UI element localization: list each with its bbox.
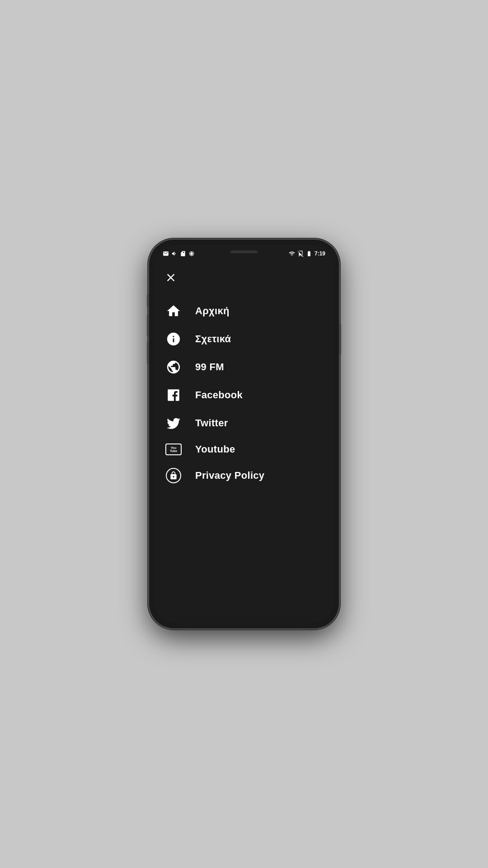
- info-icon: [166, 331, 181, 347]
- phone-screen: 7:19 Αρχική: [155, 245, 333, 623]
- facebook-icon-wrap: [164, 387, 183, 403]
- menu-list: Αρχική Σχετικά: [155, 297, 333, 490]
- notification-icon: [163, 250, 169, 257]
- info-icon-wrap: [164, 331, 183, 347]
- volume-icon: [171, 250, 178, 257]
- lock-svg: [169, 471, 178, 480]
- menu-label-facebook: Facebook: [195, 389, 243, 401]
- status-right-icons: 7:19: [289, 250, 325, 257]
- signal-icon: [297, 250, 304, 257]
- twitter-icon: [166, 415, 181, 431]
- youtube-icon-wrap: You Tube: [164, 443, 183, 455]
- home-icon: [166, 303, 181, 319]
- youtube-icon: You Tube: [165, 443, 182, 455]
- twitter-icon-wrap: [164, 415, 183, 431]
- menu-label-radio: 99 FM: [195, 361, 224, 373]
- screen-content: Αρχική Σχετικά: [155, 262, 333, 623]
- menu-item-twitter[interactable]: Twitter: [155, 409, 333, 437]
- close-button[interactable]: [155, 267, 187, 290]
- globe-icon: [166, 359, 181, 375]
- speaker: [230, 250, 258, 253]
- lock-icon-wrap: [164, 468, 183, 483]
- battery-icon: [306, 250, 312, 257]
- menu-item-youtube[interactable]: You Tube Youtube: [155, 437, 333, 462]
- menu-item-radio[interactable]: 99 FM: [155, 353, 333, 381]
- lock-icon: [166, 468, 181, 483]
- menu-label-twitter: Twitter: [195, 417, 228, 429]
- menu-item-privacy[interactable]: Privacy Policy: [155, 462, 333, 490]
- volume-mute-button: [147, 294, 149, 307]
- menu-item-about[interactable]: Σχετικά: [155, 325, 333, 353]
- close-icon: [164, 271, 177, 284]
- menu-label-about: Σχετικά: [195, 333, 231, 345]
- camera-icon: [188, 250, 195, 257]
- menu-label-privacy: Privacy Policy: [195, 470, 264, 481]
- volume-up-button: [147, 314, 149, 337]
- home-icon-wrap: [164, 303, 183, 319]
- power-button: [339, 323, 341, 355]
- sdcard-icon: [180, 250, 186, 257]
- status-time: 7:19: [314, 250, 325, 257]
- menu-label-home: Αρχική: [195, 305, 230, 317]
- facebook-icon: [166, 387, 181, 403]
- menu-label-youtube: Youtube: [195, 443, 235, 455]
- wifi-icon: [289, 250, 295, 257]
- menu-item-home[interactable]: Αρχική: [155, 297, 333, 325]
- svg-point-0: [190, 252, 193, 255]
- phone-frame: 7:19 Αρχική: [149, 240, 339, 628]
- status-left-icons: [163, 250, 195, 257]
- status-bar: 7:19: [155, 245, 333, 262]
- menu-item-facebook[interactable]: Facebook: [155, 381, 333, 409]
- globe-icon-wrap: [164, 359, 183, 375]
- volume-down-button: [147, 341, 149, 364]
